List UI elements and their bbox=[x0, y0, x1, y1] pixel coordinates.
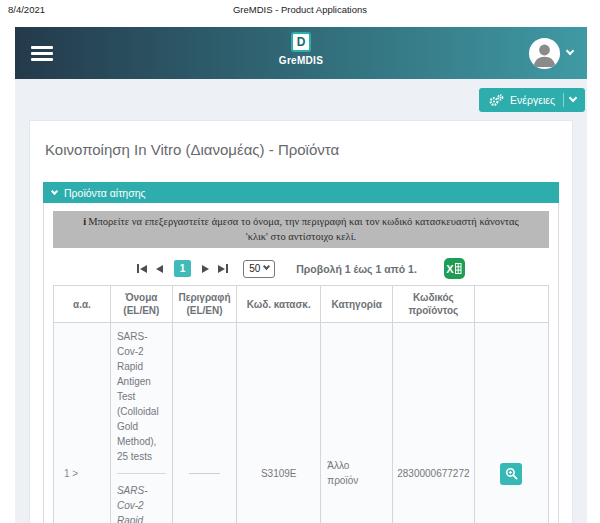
manufacturer-code-cell[interactable]: S3109E bbox=[237, 323, 321, 523]
chevron-down-icon bbox=[51, 188, 58, 195]
row-index: 1 bbox=[64, 468, 70, 479]
menu-icon[interactable] bbox=[31, 46, 53, 61]
name-en[interactable]: SARS-Cov-2 Rapid Antigen Test (Colloidal… bbox=[117, 483, 166, 523]
excel-export-icon[interactable]: X bbox=[444, 258, 465, 279]
view-details-button[interactable] bbox=[500, 463, 522, 485]
row-index-cell[interactable]: 1 > bbox=[54, 323, 111, 523]
pagination-summary: Προβολή 1 έως 1 από 1. bbox=[296, 263, 417, 275]
panel-header-products[interactable]: Προϊόντα αίτησης bbox=[43, 182, 559, 203]
table-row: 1 > SARS-Cov-2 Rapid Antigen Test (Collo… bbox=[54, 323, 549, 523]
previous-page-button[interactable] bbox=[156, 265, 163, 273]
brand-letter: D bbox=[297, 35, 306, 49]
actions-button-label: Ενέργειες bbox=[510, 94, 555, 106]
brand-letter-box: D bbox=[291, 32, 311, 52]
name-divider bbox=[117, 473, 166, 474]
magnifier-icon bbox=[505, 467, 518, 480]
row-actions-cell bbox=[474, 323, 548, 523]
last-page-button[interactable] bbox=[218, 264, 228, 273]
first-page-button[interactable] bbox=[137, 264, 147, 273]
chevron-down-icon bbox=[566, 47, 574, 55]
content-card: Κοινοποίηση In Vitro (Διανομέας) - Προϊό… bbox=[29, 120, 573, 523]
pagination-bar: 1 50 Προβολή 1 έως 1 από 1. X bbox=[53, 258, 549, 279]
current-page-button[interactable]: 1 bbox=[174, 260, 191, 277]
page-title: Κοινοποίηση In Vitro (Διανομέας) - Προϊό… bbox=[43, 141, 559, 158]
page: 8/4/2021 GreMDIS - Product Applications … bbox=[0, 0, 600, 523]
header-actions bbox=[474, 286, 548, 323]
page-size-value: 50 bbox=[249, 263, 260, 274]
brand-name: GreMDIS bbox=[279, 55, 323, 66]
gears-icon bbox=[488, 94, 504, 107]
app-frame: D GreMDIS bbox=[15, 27, 587, 523]
row-expander-icon[interactable]: > bbox=[72, 468, 78, 479]
brand-logo: D GreMDIS bbox=[15, 32, 587, 66]
header-index: α.α. bbox=[54, 286, 111, 323]
name-cell[interactable]: SARS-Cov-2 Rapid Antigen Test (Colloidal… bbox=[110, 323, 172, 523]
panel-title: Προϊόντα αίτησης bbox=[64, 187, 146, 199]
products-panel: Προϊόντα αίτησης iΜπορείτε να επεξεργαστ… bbox=[43, 182, 559, 523]
name-el[interactable]: SARS-Cov-2 Rapid Antigen Test (Colloidal… bbox=[117, 329, 166, 464]
user-menu[interactable] bbox=[529, 27, 573, 79]
header-product-code: Κωδικός προϊόντος bbox=[393, 286, 475, 323]
chevron-down-icon bbox=[263, 263, 270, 270]
header-category: Κατηγορία bbox=[321, 286, 393, 323]
table-header-row: α.α. Όνομα (EL/EN) Περιγραφή (EL/EN) Κωδ… bbox=[54, 286, 549, 323]
info-banner: iΜπορείτε να επεξεργαστείτε άμεσα το όνο… bbox=[53, 211, 549, 248]
print-header: 8/4/2021 GreMDIS - Product Applications bbox=[0, 4, 600, 24]
svg-text:X: X bbox=[446, 263, 454, 275]
products-table: α.α. Όνομα (EL/EN) Περιγραφή (EL/EN) Κωδ… bbox=[53, 285, 549, 523]
category-value: Άλλο προϊόν bbox=[327, 459, 371, 488]
person-icon bbox=[529, 38, 560, 69]
header-name: Όνομα (EL/EN) bbox=[110, 286, 172, 323]
category-cell: Άλλο προϊόν bbox=[321, 323, 393, 523]
info-text: Μπορείτε να επεξεργαστείτε άμεσα το όνομ… bbox=[88, 216, 519, 242]
header-description: Περιγραφή (EL/EN) bbox=[172, 286, 236, 323]
print-page-title: GreMDIS - Product Applications bbox=[0, 4, 600, 15]
header-manufacturer-code: Κωδ. κατασκ. bbox=[237, 286, 321, 323]
product-code-cell: 2830000677272 bbox=[393, 323, 475, 523]
description-cell[interactable] bbox=[172, 323, 236, 523]
actions-button[interactable]: Ενέργειες bbox=[479, 88, 585, 112]
info-icon: i bbox=[83, 216, 86, 227]
actions-row: Ενέργειες bbox=[15, 79, 587, 120]
button-divider bbox=[563, 93, 564, 107]
page-size-select[interactable]: 50 bbox=[243, 260, 275, 278]
description-divider bbox=[189, 473, 220, 474]
next-page-button[interactable] bbox=[202, 265, 209, 273]
chevron-down-icon bbox=[569, 94, 577, 102]
app-navbar: D GreMDIS bbox=[15, 27, 587, 79]
panel-body: iΜπορείτε να επεξεργαστείτε άμεσα το όνο… bbox=[43, 203, 559, 523]
avatar[interactable] bbox=[529, 38, 560, 69]
